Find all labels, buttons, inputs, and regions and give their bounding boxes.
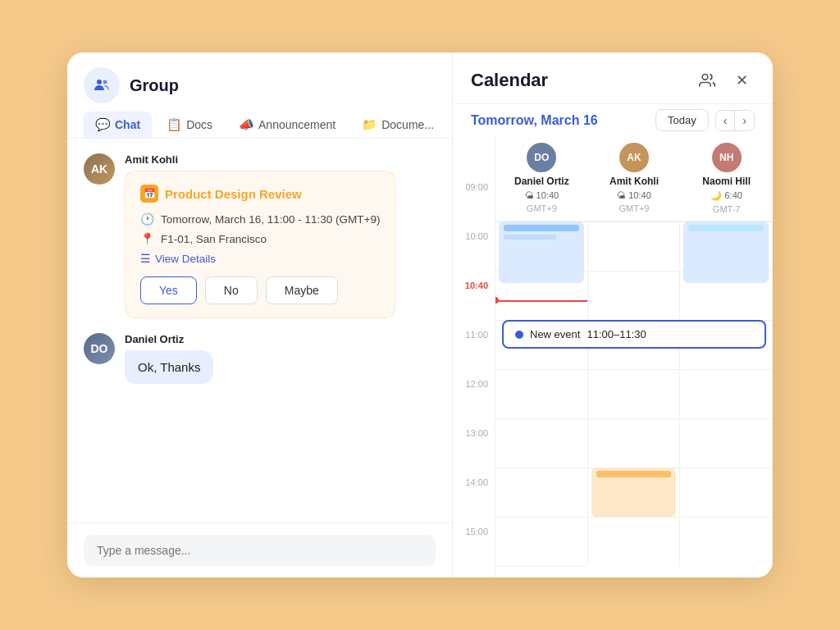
people-icon-button[interactable] [694, 67, 720, 94]
new-event-bar[interactable]: New event 11:00–11:30 [502, 320, 766, 349]
sender-name-daniel: Daniel Ortiz [125, 333, 213, 345]
documents-icon: 📁 [362, 117, 377, 132]
hour-line [588, 221, 680, 222]
person-col-daniel [495, 221, 588, 566]
calendar-title: Calendar [471, 70, 548, 91]
group-title: Group [130, 76, 179, 95]
person-avatar-amit: AK [619, 143, 649, 172]
time-slot-15: 15:00 [453, 527, 495, 576]
person-tz-naomi: GMT-7 [713, 204, 741, 214]
person-col-amit [588, 221, 681, 566]
current-time-line [495, 300, 587, 302]
nav-buttons: ‹ › [715, 110, 755, 131]
rsvp-maybe-button[interactable]: Maybe [266, 276, 338, 304]
person-avatar-naomi: NH [712, 143, 742, 172]
chat-panel: Group 💬 Chat 📋 Docs 📣 Announcement 📁 Do [67, 52, 453, 578]
tab-chat[interactable]: 💬 Chat [84, 112, 152, 138]
rsvp-yes-button[interactable]: Yes [140, 276, 197, 304]
clock-icon: 🕐 [140, 212, 154, 226]
event-title-row: 📅 Product Design Review [140, 185, 380, 203]
hour-line [495, 418, 587, 419]
avatar-daniel: DO [84, 333, 115, 364]
person-time-amit: 🌤 10:40 [617, 190, 651, 200]
calendar-header-right: ✕ [694, 67, 755, 94]
time-slot-10: 10:00 [453, 231, 495, 281]
event-datetime: 🕐 Tomorrow, March 16, 11:00 - 11:30 (GMT… [140, 212, 380, 226]
event-bar [688, 225, 764, 231]
time-slot-14: 14:00 [453, 477, 495, 527]
list-icon: ☰ [140, 252, 151, 265]
grid-inner: New event 11:00–11:30 [495, 221, 773, 578]
svg-point-0 [97, 80, 102, 84]
event-bar-2 [596, 481, 641, 486]
message-bubble-daniel: Ok, Thanks [125, 350, 213, 384]
calendar-grid: 09:00 10:00 10:40 11:00 12:00 13:00 14:0… [453, 136, 773, 578]
time-slot-12: 12:00 [453, 379, 495, 428]
event-title: Product Design Review [165, 187, 302, 201]
person-name-amit: Amit Kohli [609, 176, 659, 187]
persons-columns: DO Daniel Ortiz 🌤 10:40 GMT+9 AK Amit Ko… [495, 136, 773, 578]
app-container: Group 💬 Chat 📋 Docs 📣 Announcement 📁 Do [67, 52, 773, 578]
message-group-daniel: DO Daniel Ortiz Ok, Thanks [84, 333, 436, 384]
tab-documents[interactable]: 📁 Docume... [350, 112, 445, 138]
event-card: 📅 Product Design Review 🕐 Tomorrow, Marc… [125, 171, 395, 318]
time-slot-11: 11:00 [453, 330, 495, 379]
chat-input-bar [67, 523, 452, 578]
message-content-amit: Amit Kohli 📅 Product Design Review 🕐 Tom… [125, 153, 395, 318]
person-header-amit: AK Amit Kohli 🌤 10:40 GMT+9 [588, 136, 681, 221]
message-content-daniel: Daniel Ortiz Ok, Thanks [125, 333, 213, 384]
hour-line [588, 517, 680, 518]
hour-line [588, 369, 680, 370]
person-header-naomi: NH Naomi Hill 🌙 6:40 GMT-7 [680, 136, 773, 221]
announcement-icon: 📣 [239, 117, 254, 132]
message-group-amit: AK Amit Kohli 📅 Product Design Review 🕐 … [84, 153, 436, 318]
person-tz-daniel: GMT+9 [527, 203, 557, 213]
prev-button[interactable]: ‹ [716, 111, 736, 130]
event-bar [504, 225, 579, 231]
next-button[interactable]: › [735, 111, 754, 130]
hour-line [495, 566, 587, 567]
person-time-daniel: 🌤 10:40 [525, 190, 559, 200]
calendar-header: Calendar ✕ [453, 52, 773, 104]
time-slot-9: 09:00 [453, 182, 495, 231]
person-header-daniel: DO Daniel Ortiz 🌤 10:40 GMT+9 [495, 136, 588, 221]
person-time-naomi: 🌙 6:40 [710, 190, 742, 201]
hour-line [680, 517, 772, 518]
calendar-date-label: Tomorrow, March 16 [471, 113, 598, 128]
calendar-panel: Calendar ✕ Tomorrow, March 16 Today [453, 52, 773, 578]
chat-tabs: 💬 Chat 📋 Docs 📣 Announcement 📁 Docume... [84, 112, 436, 138]
new-event-row: New event 11:00–11:30 [495, 320, 773, 349]
event-bar [596, 471, 672, 477]
hour-line [680, 369, 772, 370]
tab-docs[interactable]: 📋 Docs [155, 112, 224, 138]
event-bar-2 [504, 235, 556, 240]
current-time-dot [495, 297, 499, 304]
time-column: 09:00 10:00 10:40 11:00 12:00 13:00 14:0… [453, 136, 495, 578]
today-button[interactable]: Today [655, 109, 709, 131]
avatar-amit: AK [84, 153, 115, 185]
new-event-dot [515, 331, 523, 339]
event-daniel-morning [499, 221, 584, 283]
event-location: 📍 F1-01, San Francisco [140, 232, 380, 245]
tab-announcement[interactable]: 📣 Announcement [227, 112, 347, 138]
group-row: Group [84, 67, 436, 103]
rsvp-row: Yes No Maybe [140, 276, 380, 304]
svg-point-1 [103, 80, 107, 84]
view-details-link[interactable]: ☰ View Details [140, 252, 380, 265]
time-slot-current: 10:40 [453, 281, 495, 330]
rsvp-no-button[interactable]: No [205, 276, 258, 304]
person-name-naomi: Naomi Hill [702, 176, 751, 187]
sender-name-amit: Amit Kohli [125, 153, 395, 166]
docs-icon: 📋 [167, 117, 182, 132]
person-headers: DO Daniel Ortiz 🌤 10:40 GMT+9 AK Amit Ko… [495, 136, 773, 221]
person-name-daniel: Daniel Ortiz [514, 176, 569, 187]
svg-point-2 [702, 75, 708, 80]
hour-line [680, 418, 772, 419]
chat-input[interactable] [84, 535, 436, 566]
event-type-icon: 📅 [140, 185, 158, 203]
new-event-time: 11:00–11:30 [587, 328, 646, 340]
chat-header: Group 💬 Chat 📋 Docs 📣 Announcement 📁 Do [67, 52, 452, 139]
close-icon-button[interactable]: ✕ [728, 67, 755, 94]
hour-line [680, 468, 772, 468]
time-slot-13: 13:00 [453, 428, 495, 477]
